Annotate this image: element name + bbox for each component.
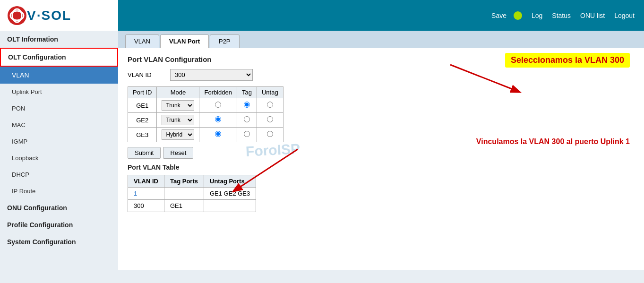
sidebar-item-system-config[interactable]: System Configuration	[0, 233, 118, 250]
mode-select-ge2[interactable]: TrunkHybridAccess	[162, 115, 194, 125]
forbidden-radio-ge3[interactable]	[215, 131, 221, 137]
vlan-row1-untag: GE1 GE2 GE3	[204, 188, 256, 200]
vlan-col-tag: Tag Ports	[164, 175, 204, 188]
vlan-id-row: VLAN ID 300 1 200	[128, 69, 635, 81]
mode-select-ge3[interactable]: TrunkHybridAccess	[162, 129, 194, 140]
mode-ge3: TrunkHybridAccess	[157, 128, 199, 142]
vlan-id-select[interactable]: 300 1 200	[170, 69, 253, 81]
sidebar-item-olt-config[interactable]: OLT Configuration	[0, 48, 118, 67]
vlan-row1-tag	[164, 188, 204, 200]
col-untag: Untag	[257, 87, 283, 98]
sidebar-item-dhcp[interactable]: DHCP	[0, 166, 118, 183]
table-row: 1 GE1 GE2 GE3	[128, 188, 256, 200]
port-id-ge1: GE1	[128, 98, 157, 113]
sidebar-item-mac[interactable]: MAC	[0, 117, 118, 133]
annotation-red-text: Vinculamos la VLAN 300 al puerto Uplink …	[476, 137, 630, 146]
logo-text: V·SOL	[27, 8, 71, 23]
vlan-table: VLAN ID Tag Ports Untag Ports 1 GE1 GE2 …	[128, 175, 256, 212]
main-layout: OLT Information OLT Configuration VLAN U…	[0, 31, 644, 283]
port-id-ge2: GE2	[128, 113, 157, 128]
vlan-col-untag: Untag Ports	[204, 175, 256, 188]
sidebar-item-onu-config[interactable]: ONU Configuration	[0, 199, 118, 216]
tag-radio-ge2[interactable]	[244, 116, 250, 122]
sidebar-item-profile-config[interactable]: Profile Configuration	[0, 216, 118, 233]
sidebar-item-igmp[interactable]: IGMP	[0, 133, 118, 150]
logo-area: V·SOL	[0, 0, 118, 31]
tab-bar: VLAN VLAN Port P2P	[118, 31, 644, 48]
tab-p2p[interactable]: P2P	[210, 34, 240, 48]
buttons-watermark-area: Submit Reset ForoISP Vinculamos la VLAN …	[128, 147, 635, 159]
sidebar-item-uplink-port[interactable]: Uplink Port	[0, 84, 118, 100]
col-tag: Tag	[237, 87, 257, 98]
tag-ge3	[237, 128, 257, 142]
mode-select-ge1[interactable]: TrunkHybridAccess	[162, 100, 194, 111]
port-vlan-table-title: Port VLAN Table	[128, 163, 635, 171]
content-area: Seleccionamos la VLAN 300 Port VLAN Conf…	[118, 48, 644, 270]
submit-button[interactable]: Submit	[128, 147, 161, 159]
untag-ge3	[257, 128, 283, 142]
forbidden-ge3	[199, 128, 237, 142]
log-link[interactable]: Log	[532, 12, 542, 19]
reset-button[interactable]: Reset	[163, 147, 193, 159]
vsol-logo-icon	[7, 6, 27, 26]
vlan-row1-id: 1	[128, 188, 164, 200]
logout-link[interactable]: Logout	[614, 12, 635, 19]
onu-list-link[interactable]: ONU list	[580, 12, 605, 19]
sidebar-item-ip-route[interactable]: IP Route	[0, 183, 118, 199]
save-button[interactable]: Save	[491, 12, 507, 19]
sidebar-item-olt-info[interactable]: OLT Information	[0, 31, 118, 48]
vlan-row2-id: 300	[128, 200, 164, 212]
port-id-ge3: GE3	[128, 128, 157, 142]
tag-ge1	[237, 98, 257, 113]
tag-ge2	[237, 113, 257, 128]
status-indicator	[514, 11, 522, 20]
nav-status: Save	[491, 11, 522, 20]
vlan-col-id: VLAN ID	[128, 175, 164, 188]
table-row: GE2 TrunkHybridAccess	[128, 113, 283, 128]
untag-radio-ge1[interactable]	[267, 102, 273, 108]
port-config-table: Port ID Mode Forbidden Tag Untag GE1 Tru…	[128, 86, 283, 142]
table-row: 300 GE1	[128, 200, 256, 212]
table-row: GE3 TrunkHybridAccess	[128, 128, 283, 142]
annotation-vlan-uplink: Vinculamos la VLAN 300 al puerto Uplink …	[476, 137, 630, 146]
sidebar: OLT Information OLT Configuration VLAN U…	[0, 31, 118, 283]
col-forbidden: Forbidden	[199, 87, 237, 98]
header: V·SOL Save Log Status ONU list Logout	[0, 0, 644, 31]
sidebar-item-pon[interactable]: PON	[0, 100, 118, 117]
buttons-row: Submit Reset	[128, 147, 635, 159]
main-content: VLAN VLAN Port P2P Seleccionamos la VLAN…	[118, 31, 644, 283]
untag-ge1	[257, 98, 283, 113]
tag-radio-ge1[interactable]	[244, 102, 250, 108]
vlan-id-label: VLAN ID	[128, 71, 165, 78]
sidebar-item-loopback[interactable]: Loopback	[0, 150, 118, 166]
table-row: GE1 TrunkHybridAccess	[128, 98, 283, 113]
forbidden-radio-ge1[interactable]	[215, 102, 221, 108]
untag-radio-ge3[interactable]	[267, 131, 273, 137]
mode-ge1: TrunkHybridAccess	[157, 98, 199, 113]
col-port-id: Port ID	[128, 87, 157, 98]
vlan-row2-untag	[204, 200, 256, 212]
section-title: Port VLAN Configuration	[128, 55, 635, 63]
tag-radio-ge3[interactable]	[244, 131, 250, 137]
forbidden-radio-ge2[interactable]	[215, 116, 221, 122]
forbidden-ge1	[199, 98, 237, 113]
nav-bar: Save Log Status ONU list Logout	[118, 0, 644, 31]
mode-ge2: TrunkHybridAccess	[157, 113, 199, 128]
vlan-row2-tag: GE1	[164, 200, 204, 212]
tab-vlan-port[interactable]: VLAN Port	[160, 34, 209, 48]
forbidden-ge2	[199, 113, 237, 128]
status-link[interactable]: Status	[552, 12, 571, 19]
untag-ge2	[257, 113, 283, 128]
sidebar-item-vlan[interactable]: VLAN	[0, 67, 118, 84]
tab-vlan[interactable]: VLAN	[125, 34, 159, 48]
col-mode: Mode	[157, 87, 199, 98]
untag-radio-ge2[interactable]	[267, 116, 273, 122]
